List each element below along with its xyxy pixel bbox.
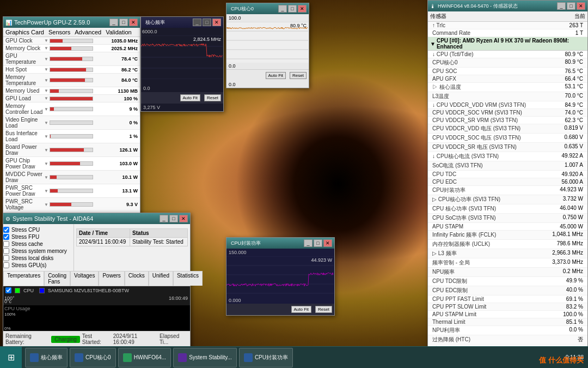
gpu-z-graph-window: 核心频率 _ □ ✕ 6000.0 2,824.5 MHz 0.0 Auto F… bbox=[140, 16, 224, 112]
stability-titlebar[interactable]: ⚙ System Stability Test - AIDA64 _ □ ✕ bbox=[3, 213, 190, 224]
monitor-tab-statistics[interactable]: Statistics bbox=[173, 271, 203, 286]
stress-list: Stress CPUStress FPUStress cacheStress s… bbox=[3, 224, 74, 271]
gpuz-row: MVDDC Power Draw ▼ 10.1 W bbox=[3, 171, 140, 184]
cpu-package-titlebar[interactable]: CPU封装功率 _ □ ✕ bbox=[226, 238, 334, 249]
stress-item: Stress system memory bbox=[3, 248, 74, 255]
taskbar-item[interactable]: CPU核心0 bbox=[70, 348, 116, 367]
stress-checkbox[interactable] bbox=[3, 241, 9, 247]
gpu-z-titlebar[interactable]: 📊 TechPowerUp GPU-Z 2.59.0 _ □ ✕ bbox=[3, 17, 140, 28]
pkg-reset[interactable]: Reset bbox=[315, 306, 332, 313]
stress-checkbox[interactable] bbox=[3, 255, 9, 261]
cpu-legend-checkbox[interactable] bbox=[5, 287, 11, 293]
monitor-tab-voltages[interactable]: Voltages bbox=[70, 271, 99, 286]
hwinfo-cpu-row: NPU利用率0.0 % bbox=[428, 326, 587, 335]
hwinfo-cpu-row: CPU核心080.9 °C bbox=[428, 58, 587, 68]
monitor-tab-clocks[interactable]: Clocks bbox=[125, 271, 149, 286]
stress-item: Stress local disks bbox=[3, 255, 74, 262]
stress-checkbox[interactable] bbox=[3, 248, 9, 254]
cpu-core-auto-fit[interactable]: Auto Fit bbox=[266, 72, 286, 79]
cpu-package-min[interactable]: _ bbox=[304, 239, 313, 247]
cpu-usage-label: CPU Usage bbox=[3, 305, 190, 312]
hwinfo-cpu-row: APU STAPM Limit100.0 % bbox=[428, 311, 587, 318]
stress-item: Stress GPU(s) bbox=[3, 262, 74, 269]
cpu-core-title: CPU核心0 bbox=[229, 5, 277, 13]
gpuz-row: Memory Clock ▼ 2025.2 MHz bbox=[3, 45, 140, 52]
hwinfo-min[interactable]: _ bbox=[557, 2, 566, 10]
gpu-z-menu-validation[interactable]: Validation bbox=[106, 29, 132, 35]
hwinfo-close[interactable]: ✕ bbox=[577, 2, 585, 10]
stability-max[interactable]: □ bbox=[169, 215, 178, 222]
gpuz-auto-fit-button[interactable]: Auto Fit bbox=[180, 94, 201, 101]
gpu-z-close-button[interactable]: ✕ bbox=[129, 19, 138, 26]
table-date: 2024/9/11 16:00:49 bbox=[77, 238, 130, 246]
cpu-package-close[interactable]: ✕ bbox=[323, 239, 332, 247]
pkg-bottom: 0.000 bbox=[229, 298, 241, 303]
taskbar-item[interactable]: CPU封装功率 bbox=[239, 348, 293, 367]
stability-min[interactable]: _ bbox=[160, 215, 168, 222]
cpu-core-close[interactable]: ✕ bbox=[298, 5, 307, 13]
gpu-z-min-button[interactable]: _ bbox=[109, 19, 118, 26]
hwinfo-content[interactable]: ↑ Trlc263 TCommand Rate1 T▼CPU [#0]: AMD… bbox=[428, 22, 587, 352]
taskbar: ⊞ 核心频率CPU核心0HWiNFO64...System Stability.… bbox=[0, 346, 588, 368]
taskbar-item[interactable]: HWiNFO64... bbox=[118, 348, 171, 367]
stability-footer: Remaining Battery: Charging Test Started… bbox=[3, 331, 190, 347]
gpuz-graph-min[interactable]: _ bbox=[193, 19, 201, 26]
gpu-z-menu-advanced[interactable]: Advanced bbox=[75, 29, 101, 35]
monitor-tab-powers[interactable]: Powers bbox=[99, 271, 124, 286]
hwinfo-sensor-col: 传感器 bbox=[430, 13, 446, 20]
gpuz-row: Memory Used ▼ 1130 MB bbox=[3, 87, 140, 95]
hwinfo-cpu-row: CPU SoC功率 (SVI3 TFN)0.750 W bbox=[428, 214, 587, 223]
elapsed-label: Elapsed Ti... bbox=[160, 333, 188, 345]
cpu-core-max[interactable]: □ bbox=[288, 5, 297, 13]
taskbar-item[interactable]: 核心频率 bbox=[25, 348, 68, 367]
hwinfo-top-row: Command Rate1 T bbox=[428, 29, 587, 37]
hwinfo-titlebar[interactable]: 🌡 HWiNFO64 v8.04-5470 - 传感器状态 _ □ ✕ bbox=[428, 1, 587, 11]
stability-window: ⚙ System Stability Test - AIDA64 _ □ ✕ S… bbox=[3, 213, 191, 360]
hwinfo-cpu-row: CPU EDC56.000 A bbox=[428, 178, 587, 186]
gpu-z-menu-sensors[interactable]: Sensors bbox=[48, 29, 70, 35]
gpu-z-menu-graphics[interactable]: Graphics Card bbox=[5, 29, 44, 35]
gpuz-row: GPU Clock ▼ 1035.0 MHz bbox=[3, 37, 140, 45]
hwinfo-cpu-row: SoC电流 (SVI3 TFN)1.007 A bbox=[428, 161, 587, 171]
hwinfo-cpu-row: CPU SOC76.5 °C bbox=[428, 68, 587, 75]
hwinfo-max[interactable]: □ bbox=[567, 2, 575, 10]
hwinfo-cpu-row: ↓ CPU VDDCR_VDD VRM (SVI3 TFN)84.9 °C bbox=[428, 101, 587, 109]
hwinfo-cpu-section[interactable]: ▼CPU [#0]: AMD Ryzen AI 9 HX 370 w/ Rade… bbox=[428, 37, 587, 51]
cpu-core-reset[interactable]: Reset bbox=[290, 72, 307, 79]
stress-checkbox[interactable] bbox=[3, 227, 9, 233]
cpu-package-window: CPU封装功率 _ □ ✕ 150.000 44.923 W 0.000 Aut… bbox=[226, 237, 335, 316]
gpuz-graph-max[interactable]: □ bbox=[203, 19, 211, 26]
hwinfo-cpu-row: ▷ 核心温度53.1 °C bbox=[428, 83, 587, 92]
hwinfo-cpu-row: ▷ CPU核心功率 (SVI3 TFN)3.732 W bbox=[428, 195, 587, 204]
monitor-tab-unified[interactable]: Unified bbox=[149, 271, 173, 286]
gpu-z-graph-area: 2,824.5 MHz bbox=[141, 35, 223, 85]
hwinfo-header: 传感器 当前 bbox=[428, 11, 587, 22]
monitor-tab-cooling-fans[interactable]: Cooling Fans bbox=[44, 271, 70, 286]
hwinfo-cpu-row: L3温度70.0 °C bbox=[428, 92, 587, 101]
cpu-core-titlebar[interactable]: CPU核心0 _ □ ✕ bbox=[226, 3, 309, 14]
test-date: 2024/9/11 16:00:49 bbox=[113, 333, 157, 345]
gpuz-row: Hot Spot ▼ 86.2 °C bbox=[3, 66, 140, 74]
hwinfo-cpu-row: CPU VDDCR_SOC 电压 (SVI3 TFN)0.680 V bbox=[428, 134, 587, 143]
monitor-tab-temperatures[interactable]: Temperatures bbox=[3, 271, 44, 286]
battery-status: Charging bbox=[51, 336, 80, 343]
stress-checkbox[interactable] bbox=[3, 262, 9, 268]
pkg-auto-fit[interactable]: Auto Fit bbox=[291, 306, 312, 313]
hwinfo-cpu-row: CPU VDDCR_VDD 电压 (SVI3 TFN)0.819 V bbox=[428, 124, 587, 134]
gpu-z-max-button[interactable]: □ bbox=[119, 19, 128, 26]
start-button[interactable]: ⊞ bbox=[0, 347, 22, 369]
stability-title: System Stability Test - AIDA64 bbox=[10, 215, 158, 222]
gpu-z-graph-titlebar[interactable]: 核心频率 _ □ ✕ bbox=[141, 17, 223, 28]
gpu-z-title: TechPowerUp GPU-Z 2.59.0 bbox=[12, 19, 108, 26]
gpu-z-rows: GPU Clock ▼ 1035.0 MHz Memory Clock ▼ 20… bbox=[3, 37, 140, 219]
stress-checkbox[interactable] bbox=[3, 234, 9, 240]
taskbar-item[interactable]: System Stability... bbox=[173, 348, 237, 367]
gpuz-graph-close[interactable]: ✕ bbox=[212, 19, 221, 26]
gpuz-reset-button[interactable]: Reset bbox=[204, 94, 221, 101]
graph-current-val: 2,824.5 MHz bbox=[193, 37, 221, 42]
cpu-core-min[interactable]: _ bbox=[278, 5, 287, 13]
cpu-package-max[interactable]: □ bbox=[314, 239, 322, 247]
stability-close[interactable]: ✕ bbox=[179, 215, 188, 222]
graph-side-value: 3,275 V bbox=[143, 105, 160, 110]
monitor-legend: CPU SAMSUNG MZVL81T0HELB-00BTW bbox=[3, 286, 190, 294]
